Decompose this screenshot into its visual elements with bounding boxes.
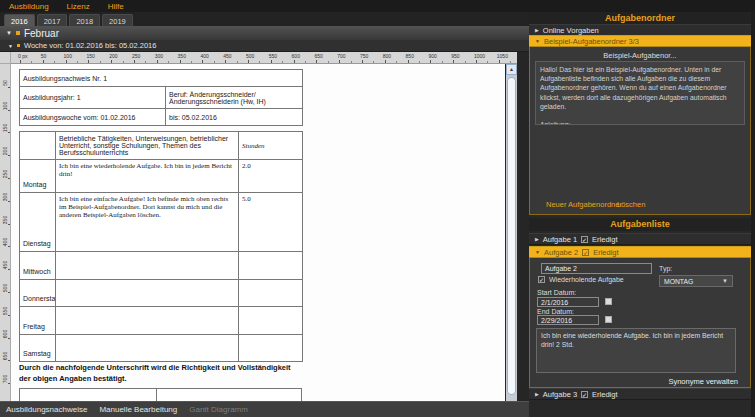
ruler-label: 150 [86,53,94,59]
tab-2019[interactable]: 2019 [102,14,133,26]
delete-folder-button[interactable]: Löschen [617,200,645,209]
week-to-cell: bis: 05.02.2016 [166,109,303,126]
ruler-label: 950 [451,53,459,59]
menu-ausbildung[interactable]: Ausbildung [9,2,49,11]
report-info-table: Ausbildungsnachweis Nr. 1 Ausbildungsjah… [19,69,303,126]
ruler-label: 600 [292,53,300,59]
ruler-label: 50 [41,53,47,59]
ruler-label: 900 [428,53,436,59]
tab-2016[interactable]: 2016 [4,14,35,26]
month-label: Februar [24,28,59,39]
start-date-label: Start Datum: [537,289,576,296]
end-date-input[interactable]: 2/29/2016 [537,315,599,325]
start-date-input[interactable]: 2/1/2016 [537,297,599,307]
expand-arrow-icon: ▶ [535,391,539,397]
activities-header-cell: Betriebliche Tätigkeiten, Unterweisungen… [56,132,239,160]
ruler-label: 650 [314,53,322,59]
ruler-label: 550 [269,53,277,59]
task-row-aufgabe-3[interactable]: ▶ Aufgabe 3 ✓ Erledigt [529,388,751,400]
vertical-ruler: 5010015020025030035040045050055060065070… [0,64,11,401]
empty-header-cell [20,132,56,160]
ruler-corner [0,52,11,64]
tab-2018[interactable]: 2018 [69,14,100,26]
task-row-aufgabe-1[interactable]: ▶ Aufgabe 1 ✓ Erledigt [529,233,751,245]
task-row-aufgabe-2-selected[interactable]: ▼ Aufgabe 2 ✓ Erledigt [529,246,751,258]
manage-synonyms-button[interactable]: Synonyme verwalten [668,377,738,386]
folder-label: Online Vorgaben [543,26,599,35]
signature-table-divider [156,389,157,401]
right-panel: Aufgabenordner ▶ Online Vorgaben ▼ Beisp… [529,12,755,417]
bullet-icon [17,44,20,47]
collapse-arrow-icon: ▼ [8,43,13,49]
scrollbar-thumb[interactable] [507,77,516,395]
ruler-label: 500 [246,53,254,59]
task-label: Aufgabe 1 [543,235,577,244]
training-year-cell: Ausbildungsjahr: 1 [20,87,166,109]
hours-cell: 2.0 [239,160,303,193]
document-page[interactable]: Ausbildungsnachweis Nr. 1 Ausbildungsjah… [11,64,505,401]
task-details-panel: Aufgabe 2 Typ: ✓ Wiederholende Aufgabe M… [529,258,751,388]
folder-row-beispiel-selected[interactable]: ▼ Beispiel-Aufgabenordner 3/3 [529,35,751,47]
menu-bar: Ausbildung Lizenz Hilfe [0,0,755,12]
app-window: Ausbildung Lizenz Hilfe 2016 2017 2018 2… [0,0,755,417]
done-label: Erledigt [593,248,618,257]
end-date-label: End Datum: [537,308,574,315]
end-date-picker-button[interactable] [605,316,612,323]
view-manuelle-bearbeitung[interactable]: Manuelle Bearbeitung [99,405,177,414]
task-label: Aufgabe 2 [544,248,578,257]
task-name-input[interactable]: Aufgabe 2 [541,263,652,274]
recurring-label: Wiederholende Aufgabe [549,276,624,283]
ruler-label: 350 [178,53,186,59]
view-ausbildungsnachweise[interactable]: Ausbildungsnachweise [6,405,87,414]
done-label: Erledigt [592,390,617,399]
year-tab-bar: 2016 2017 2018 2019 [0,12,529,26]
tab-2017[interactable]: 2017 [37,14,68,26]
tasks-panel-title: Aufgabenliste [529,218,751,231]
bullet-icon [16,31,20,35]
ruler-label: 250 [132,53,140,59]
month-section-header[interactable]: ▼ Februar [0,26,529,40]
week-from-cell: Ausbildungswoche vom: 01.02.2016 [20,109,166,126]
start-date-picker-button[interactable] [605,298,612,305]
hours-cell [239,252,303,280]
folder-description-box[interactable]: Hallo! Das hier ist ein Beispiel-Aufgabe… [535,61,745,125]
recurring-checkbox-row[interactable]: ✓ Wiederholende Aufgabe [538,276,624,283]
day-cell: Donnerstag [20,280,56,307]
menu-hilfe[interactable]: Hilfe [108,2,124,11]
day-cell: Dienstag [20,193,56,252]
hours-header-cell: Stunden [239,132,303,160]
check-icon[interactable]: ✓ [582,249,589,256]
occupation-cell: Beruf: Änderungsschneider/ Änderungsschn… [166,87,303,109]
task-text-cell [56,280,239,307]
chevron-down-icon: ▼ [722,278,728,284]
ruler-label: 1050 [497,53,508,59]
document-scrollbar: ▲ [506,64,517,401]
hours-cell [239,280,303,307]
typ-dropdown[interactable]: MONTAG ▼ [659,275,733,287]
day-cell: Mittwoch [20,252,56,280]
view-gantt-diagramm[interactable]: Gantt Diagramm [189,405,248,414]
hours-cell: 5.0 [239,193,303,252]
folder-details-panel: Beispiel-Aufgabenor... Hallo! Das hier i… [529,47,751,215]
task-text-cell [56,252,239,280]
check-icon[interactable]: ✓ [581,391,588,398]
collapse-arrow-icon: ▼ [6,30,12,36]
typ-label: Typ: [659,265,672,272]
hours-cell [239,307,303,335]
signature-table [19,388,302,401]
task-text-cell [56,307,239,335]
task-text-cell: Ich bin eine wiederholende Aufgabe. Ich … [56,160,239,193]
ruler-label: 300 [155,53,163,59]
scroll-up-icon[interactable]: ▲ [506,64,517,75]
ruler-label: 700 [337,53,345,59]
checkbox-checked-icon[interactable]: ✓ [538,276,545,283]
ruler-label: 0 px [18,53,27,59]
ruler-label: 400 [200,53,208,59]
check-icon[interactable]: ✓ [581,236,588,243]
new-folder-button[interactable]: Neuer Aufgabenordner [546,200,622,209]
week-section-header[interactable]: ▼ Woche von: 01.02.2016 bis: 05.02.2016 [0,40,529,52]
document-editor: 0 px501001502002503003504004505005506006… [0,52,529,401]
task-description-textarea[interactable]: Ich bin eine wiederholende Aufgabe. Ich … [536,328,736,373]
menu-lizenz[interactable]: Lizenz [67,2,90,11]
ruler-label: 800 [383,53,391,59]
